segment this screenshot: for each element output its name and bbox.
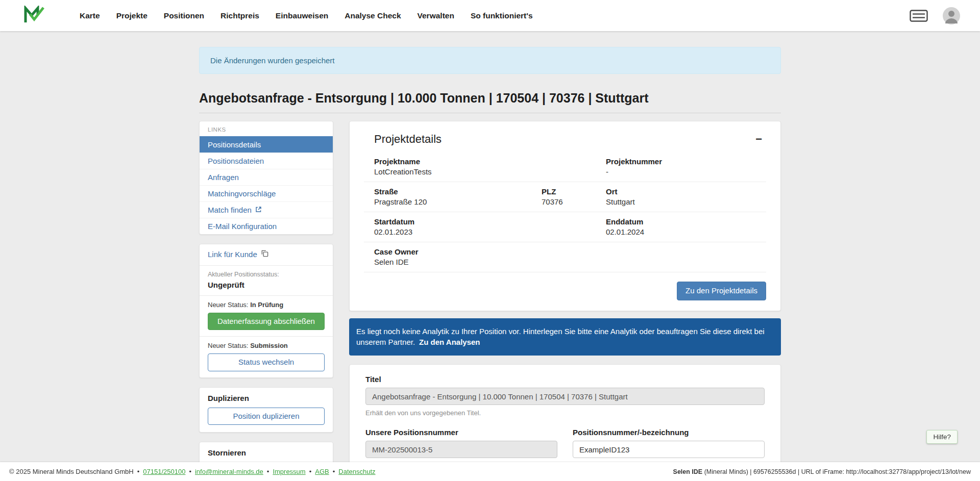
- collapse-minus-icon[interactable]: −: [751, 133, 766, 146]
- field-enddatum: Enddatum 02.01.2024: [606, 217, 766, 236]
- titel-help-text: Erhält den von uns vorgegebenen Titel.: [365, 409, 765, 417]
- new-status-label: Neuer Status:: [208, 342, 249, 349]
- separator-dot: •: [333, 468, 335, 475]
- server-icon[interactable]: [910, 10, 928, 22]
- project-details-row: Straße Pragstraße 120 PLZ 70376 Ort Stut…: [364, 182, 766, 212]
- nav-so-funktionierts[interactable]: So funktioniert's: [462, 0, 541, 31]
- success-alert: Die Änderungen wurden gespeichert: [199, 47, 781, 74]
- top-navbar: Karte Projekte Positionen Richtpreis Ein…: [0, 0, 980, 31]
- current-status-label: Aktueller Positionsstatus:: [208, 271, 325, 278]
- field-label: PLZ: [542, 187, 606, 196]
- current-status-section: Aktueller Positionsstatus: Ungeprüft: [200, 266, 333, 296]
- content-row: LINKS Positionsdetails Positionsdateien …: [199, 121, 781, 481]
- separator-dot: •: [189, 468, 191, 475]
- project-details-title: Projektdetails: [374, 133, 442, 146]
- sidebar-item-email-konfiguration[interactable]: E-Mail Konfiguration: [200, 218, 333, 234]
- project-details-footer: Zu den Projektdetails: [364, 272, 766, 300]
- project-details-row: Projektname LotCreationTests Projektnumm…: [364, 152, 766, 182]
- project-details-header: Projektdetails −: [364, 133, 766, 146]
- change-status-button[interactable]: Status wechseln: [208, 353, 325, 371]
- to-project-details-button[interactable]: Zu den Projektdetails: [677, 282, 766, 300]
- page-container: Die Änderungen wurden gespeichert Angebo…: [199, 47, 781, 481]
- new-status-value-1: In Prüfung: [250, 301, 283, 309]
- field-projektname: Projektname LotCreationTests: [374, 157, 606, 176]
- datenschutz-link[interactable]: Datenschutz: [338, 468, 375, 475]
- footer-right: Selen IDE (Mineral Minds) | 69576255536d…: [673, 468, 971, 475]
- nav-richtpreis[interactable]: Richtpreis: [212, 0, 267, 31]
- field-value: Selen IDE: [374, 258, 766, 266]
- customer-link[interactable]: Link für Kunde: [208, 249, 268, 259]
- copy-icon: [261, 249, 268, 259]
- field-value: 02.01.2023: [374, 227, 606, 236]
- field-plz: PLZ 70376: [542, 187, 606, 206]
- separator-dot: •: [267, 468, 270, 475]
- field-case-owner: Case Owner Selen IDE: [374, 247, 766, 266]
- copyright-text: © 2025 Mineral Minds Deutschland GmbH: [9, 468, 134, 475]
- field-label: Projektnummer: [606, 157, 766, 166]
- nav-projekte[interactable]: Projekte: [108, 0, 156, 31]
- field-label: Enddatum: [606, 217, 766, 226]
- custom-position-number-input[interactable]: [573, 441, 765, 458]
- our-position-number-label: Unsere Positionsnummer: [365, 428, 557, 437]
- customer-link-section: Link für Kunde: [200, 244, 333, 266]
- next-status-section-1: Neuer Status: In Prüfung Datenerfassung …: [200, 296, 333, 337]
- new-status-row-2: Neuer Status: Submission: [208, 342, 325, 349]
- next-status-section-2: Neuer Status: Submission Status wechseln: [200, 337, 333, 377]
- footer-user: Selen IDE: [673, 468, 703, 475]
- field-projektnummer: Projektnummer -: [606, 157, 766, 176]
- custom-position-number-label: Positionsnummer/-bezeichnung: [573, 428, 765, 437]
- navbar-right: [910, 7, 967, 25]
- sidebar-item-matchingvorschlaege[interactable]: Matchingvorschläge: [200, 185, 333, 201]
- duplicate-card-title: Duplizieren: [208, 394, 325, 402]
- field-value: -: [606, 167, 766, 176]
- status-card: Link für Kunde Aktueller Positionsstatus…: [199, 244, 333, 378]
- main-nav: Karte Projekte Positionen Richtpreis Ein…: [71, 0, 541, 31]
- footer-session-info: (Mineral Minds) | 69576255536d | URL of …: [702, 468, 971, 475]
- titel-input: [365, 388, 765, 405]
- field-label: Startdatum: [374, 217, 606, 226]
- field-value: 70376: [542, 197, 606, 206]
- sidebar-item-match-finden[interactable]: Match finden: [200, 201, 333, 218]
- user-avatar-icon[interactable]: [942, 7, 961, 25]
- nav-karte[interactable]: Karte: [71, 0, 108, 31]
- field-ort: Ort Stuttgart: [606, 187, 766, 206]
- brand-logo[interactable]: [23, 6, 45, 26]
- field-value: Pragstraße 120: [374, 197, 542, 206]
- sidebar-item-anfragen[interactable]: Anfragen: [200, 169, 333, 185]
- to-analyses-link[interactable]: Zu den Analysen: [419, 338, 480, 346]
- project-details-card: Projektdetails − Projektname LotCreation…: [349, 121, 781, 311]
- customer-link-label: Link für Kunde: [208, 250, 257, 259]
- main-column: Projektdetails − Projektname LotCreation…: [349, 121, 781, 481]
- field-value: LotCreationTests: [374, 167, 606, 176]
- cancel-card-title: Stornieren: [208, 448, 325, 457]
- current-status-value: Ungeprüft: [208, 281, 325, 289]
- new-status-value-2: Submission: [250, 342, 288, 349]
- our-position-number-input: [365, 441, 557, 458]
- nav-analyse-check[interactable]: Analyse Check: [336, 0, 409, 31]
- impressum-link[interactable]: Impressum: [273, 468, 305, 475]
- duplicate-position-button[interactable]: Position duplizieren: [208, 408, 325, 425]
- nav-verwalten[interactable]: Verwalten: [409, 0, 462, 31]
- phone-link[interactable]: 07151/250100: [143, 468, 185, 475]
- links-card: LINKS Positionsdetails Positionsdateien …: [199, 121, 333, 235]
- analytics-banner: Es liegt noch keine Analytik zu Ihrer Po…: [349, 318, 781, 356]
- agb-link[interactable]: AGB: [315, 468, 329, 475]
- nav-positionen[interactable]: Positionen: [156, 0, 212, 31]
- new-status-row-1: Neuer Status: In Prüfung: [208, 301, 325, 309]
- sidebar-item-label: Match finden: [208, 206, 252, 214]
- field-label: Straße: [374, 187, 542, 196]
- links-card-header: LINKS: [200, 121, 333, 136]
- field-label: Projektname: [374, 157, 606, 166]
- nav-einbauweisen[interactable]: Einbauweisen: [267, 0, 336, 31]
- mineral-minds-logo-icon: [23, 6, 45, 26]
- titel-label: Titel: [365, 375, 765, 384]
- help-button[interactable]: Hilfe?: [926, 430, 958, 444]
- sidebar: LINKS Positionsdetails Positionsdateien …: [199, 121, 333, 481]
- field-startdatum: Startdatum 02.01.2023: [374, 217, 606, 236]
- field-strasse: Straße Pragstraße 120: [374, 187, 542, 206]
- sidebar-item-positionsdateien[interactable]: Positionsdateien: [200, 153, 333, 169]
- complete-data-entry-button[interactable]: Datenerfassung abschließen: [208, 313, 325, 331]
- sidebar-item-positionsdetails[interactable]: Positionsdetails: [200, 136, 333, 153]
- field-value: 02.01.2024: [606, 227, 766, 236]
- email-link[interactable]: info@mineral-minds.de: [195, 468, 263, 475]
